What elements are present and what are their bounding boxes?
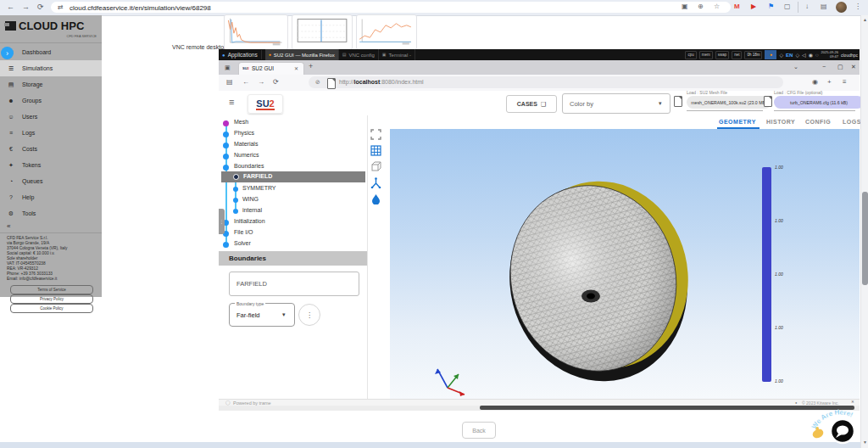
window-minimize-icon[interactable]: − <box>822 64 826 70</box>
chrome-menu-icon[interactable]: ⋮ <box>854 3 861 10</box>
tree-item-farfield-selected[interactable]: FARFIELD <box>221 171 365 182</box>
reset-camera-icon[interactable] <box>370 129 381 140</box>
tree-item-materials[interactable]: Materials ⌄ <box>219 140 367 151</box>
orientation-axes-widget[interactable] <box>435 369 465 396</box>
tab-logs[interactable]: LOGS <box>843 119 861 125</box>
new-tab-icon[interactable]: + <box>309 63 313 70</box>
cookie-policy-button[interactable]: Cookie Policy <box>10 304 93 313</box>
cases-button[interactable]: CASES ❑ <box>506 95 557 113</box>
sidebar-collapse-icon[interactable]: « <box>7 223 10 230</box>
list-tabs-chevron-icon[interactable]: ⌄ <box>793 64 798 70</box>
tree-item-numerics[interactable]: Numerics ⌄ <box>219 151 367 162</box>
sidebar-toggle-icon[interactable]: ▤ <box>226 79 233 86</box>
su2-menu-icon[interactable]: ≡ <box>229 98 234 107</box>
taskbar-window-vnc-config[interactable]: ▤ VNC config <box>339 49 379 60</box>
ff-account-icon[interactable]: ◉ <box>812 79 818 86</box>
address-bar[interactable]: ⇄ cloud.cfdfeaservice.it/en/simulation/v… <box>51 2 731 13</box>
firefox-view-icon[interactable]: ▣ <box>225 64 231 70</box>
drawer-toggle-button[interactable]: › <box>1 47 14 59</box>
page-vertical-scrollbar[interactable]: ▲ ▼ <box>860 15 868 448</box>
keyboard-layout-indicator[interactable]: EN <box>786 53 793 58</box>
boundary-type-select[interactable]: Boundary type Far-field ▾ <box>229 303 295 327</box>
sidebar-item-users[interactable]: ☺ Users <box>0 109 102 125</box>
flag-extension-icon[interactable]: ⚑ <box>768 3 774 10</box>
taskbar-window-firefox[interactable]: ● SU2 GUI — Mozilla Firefox <box>265 49 339 60</box>
ff-menu-icon[interactable]: ≡ <box>843 79 847 86</box>
sidebar-item-groups[interactable]: ☻ Groups <box>0 92 102 109</box>
swap-monitor[interactable]: swap <box>715 51 730 59</box>
panel-drag-handle[interactable]: ⋮ <box>219 209 225 234</box>
back-button[interactable]: Back <box>462 422 496 439</box>
sidebar-item-dashboard[interactable]: ⊞ Dashboard <box>0 44 102 60</box>
sidebar-item-simulations[interactable]: ☰ Simulations <box>0 60 102 76</box>
sidebar-item-help[interactable]: ? Help <box>0 189 102 205</box>
scroll-down-icon[interactable]: ▼ <box>863 440 867 445</box>
sidebar-item-costs[interactable]: € Costs <box>0 141 102 157</box>
cast-icon[interactable]: ▣ <box>682 3 688 10</box>
adblock-extension-icon[interactable]: ▶ <box>751 3 756 10</box>
tracking-shield-icon[interactable]: ⊘ <box>315 79 320 85</box>
firefox-url-bar[interactable]: ⊘ http://localhost:8080/index.html <box>309 76 783 88</box>
render-viewport[interactable]: 1.00 1.00 1.00 1.00 1.00 <box>390 129 860 399</box>
vscroll-thumb[interactable] <box>862 192 868 285</box>
iteration-chart-thumbnail[interactable] <box>292 14 353 50</box>
sidebar-item-storage[interactable]: ▤ Storage <box>0 76 102 92</box>
window-close-icon[interactable]: ✕ <box>851 64 856 70</box>
droplet-icon[interactable] <box>371 193 381 204</box>
site-settings-icon[interactable]: ⇄ <box>58 4 64 11</box>
tab-geometry[interactable]: GEOMETRY <box>719 119 756 125</box>
profile-avatar[interactable] <box>836 2 847 13</box>
ff-back-icon[interactable]: ← <box>242 79 249 86</box>
vnc-horizontal-scrollbar[interactable] <box>219 406 860 411</box>
ff-extensions-icon[interactable]: + <box>827 79 832 86</box>
extensions-icon[interactable]: ▢ <box>784 3 791 10</box>
axes-widget-icon[interactable] <box>370 177 381 188</box>
tree-item-symmetry[interactable]: SYMMETRY <box>219 184 367 195</box>
applications-menu[interactable]: Applications <box>228 52 258 58</box>
coefficient-chart-thumbnail[interactable] <box>356 14 417 50</box>
tree-item-file-io[interactable]: File I/O ⌄ <box>219 228 367 239</box>
bookmark-star-icon[interactable]: ☆ <box>714 3 720 10</box>
cfg-file-icon[interactable] <box>764 96 772 107</box>
mesh-file-icon[interactable] <box>674 96 682 107</box>
firefox-tab[interactable]: SU2 SU2 GUI ✕ <box>238 62 304 76</box>
tree-item-physics[interactable]: Physics ⌄ <box>219 129 367 140</box>
browser-reload-icon[interactable]: ⟳ <box>37 3 44 11</box>
tree-item-initialization[interactable]: Initialization ⌄ <box>219 217 367 228</box>
terms-of-service-button[interactable]: Terms of Service <box>10 285 93 294</box>
ff-forward-icon[interactable]: → <box>258 79 264 86</box>
color-by-select[interactable]: Color by ▾ <box>562 93 670 114</box>
boundary-options-kebab-button[interactable]: ⋮ <box>298 304 320 326</box>
chat-widget[interactable]: We Are Here! <box>804 407 868 448</box>
mem-monitor[interactable]: mem <box>699 51 713 59</box>
window-restore-icon[interactable]: ▢ <box>837 64 843 70</box>
tree-item-solver[interactable]: Solver ⌄ <box>219 239 367 250</box>
sidebar-item-queues[interactable]: ◔ Queues <box>0 173 102 189</box>
tray-status-icon[interactable]: ◉ <box>809 53 813 58</box>
cfg-file-chip[interactable]: turb_ONERAM6.cfg (11.6 kB) <box>774 96 864 109</box>
notifications-bell-icon[interactable]: ◌ <box>815 53 819 58</box>
tab-history[interactable]: HISTORY <box>766 119 795 125</box>
browser-forward-icon[interactable]: → <box>22 3 30 11</box>
tray-shield-icon[interactable]: ◇ <box>779 53 783 58</box>
mesh-file-chip[interactable]: mesh_ONERAM6_100k.su2 (23.0 MB) <box>687 96 771 109</box>
taskbar-window-terminal[interactable]: ▣ Terminal - <box>379 49 415 60</box>
cpu-monitor[interactable]: cpu <box>685 51 696 59</box>
grid-toggle-icon[interactable] <box>370 145 381 156</box>
privacy-policy-button[interactable]: Privacy Policy <box>10 294 93 304</box>
page-info-icon[interactable] <box>327 78 336 89</box>
browser-back-icon[interactable]: ← <box>7 3 14 11</box>
hscroll-thumb[interactable] <box>480 406 854 410</box>
downloads-icon[interactable]: ↓ <box>805 3 809 10</box>
gmail-extension-icon[interactable]: M <box>734 3 740 10</box>
firefox-tray-icon[interactable]: ● <box>765 50 776 59</box>
reading-list-icon[interactable]: ▤ <box>821 3 827 10</box>
footer-close-icon[interactable]: ✕ <box>851 400 854 405</box>
tab-close-icon[interactable]: ✕ <box>294 66 298 71</box>
boundary-name-input[interactable]: FARFIELD <box>229 272 359 296</box>
tab-config[interactable]: CONFIG <box>805 119 831 125</box>
scroll-up-icon[interactable]: ▲ <box>863 18 867 22</box>
cube-axes-icon[interactable] <box>370 161 381 172</box>
sidebar-item-tools[interactable]: ⚙ Tools <box>0 205 102 221</box>
tree-item-mesh[interactable]: Mesh ⌄ <box>219 118 367 129</box>
